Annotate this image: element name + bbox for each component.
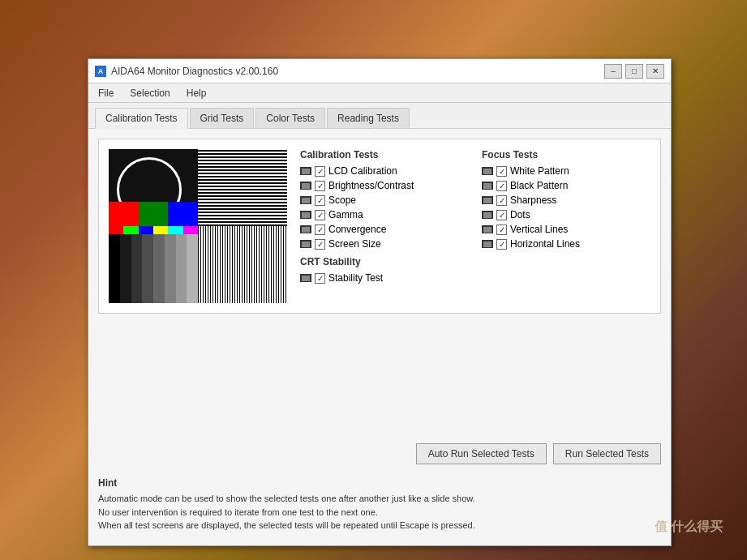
checkbox-white[interactable]: ✓ xyxy=(496,166,507,177)
focus-tests-title: Focus Tests xyxy=(482,149,650,160)
test-screen-size: ✓ Screen Size xyxy=(300,238,469,250)
gb-4 xyxy=(153,234,165,303)
calibration-tests-title: Calibration Tests xyxy=(300,149,469,160)
test-icon-2 xyxy=(300,196,311,204)
test-icon-f3 xyxy=(482,211,493,219)
tab-grid-tests[interactable]: Grid Tests xyxy=(190,108,255,128)
test-vertical-lines: ✓ Vertical Lines xyxy=(482,224,650,235)
window-title: AIDA64 Monitor Diagnostics v2.00.160 xyxy=(111,66,278,77)
gb-7 xyxy=(187,234,198,303)
label-scope: Scope xyxy=(328,195,356,206)
buttons-row: Auto Run Selected Tests Run Selected Tes… xyxy=(88,437,671,471)
strip-red xyxy=(109,226,123,234)
calibration-tests-col: Calibration Tests ✓ LCD Calibration ✓ Br… xyxy=(300,149,469,303)
close-button[interactable]: ✕ xyxy=(646,64,664,79)
hint-title: Hint xyxy=(98,477,661,489)
strip-magenta xyxy=(183,226,198,234)
window-controls: – □ ✕ xyxy=(604,64,664,79)
checkbox-brightness[interactable]: ✓ xyxy=(315,181,325,191)
test-icon-f1 xyxy=(482,182,493,190)
main-window: A AIDA64 Monitor Diagnostics v2.00.160 –… xyxy=(88,58,672,546)
test-gamma: ✓ Gamma xyxy=(300,209,469,220)
test-black-pattern: ✓ Black Pattern xyxy=(482,180,650,191)
menu-bar: File Selection Help xyxy=(88,83,671,103)
label-screen-size: Screen Size xyxy=(328,238,381,250)
checkbox-sharpness[interactable]: ✓ xyxy=(496,195,507,206)
color-strip xyxy=(109,226,198,234)
strip-cyan xyxy=(168,226,182,234)
preview-bottom-left xyxy=(109,226,198,303)
label-stability: Stability Test xyxy=(328,272,383,284)
test-icon-0 xyxy=(300,167,311,175)
crt-section: CRT Stability ✓ Stability Test xyxy=(300,256,469,284)
label-horizontal: Horizontal Lines xyxy=(510,238,580,250)
preview-right-block xyxy=(198,149,287,226)
gb-6 xyxy=(176,234,187,303)
checkbox-scope[interactable]: ✓ xyxy=(315,195,325,206)
label-sharpness: Sharpness xyxy=(510,195,556,206)
checkbox-lcd[interactable]: ✓ xyxy=(315,166,325,177)
checkbox-stability[interactable]: ✓ xyxy=(315,273,325,284)
gray-bars xyxy=(109,234,198,303)
label-convergence: Convergence xyxy=(328,224,386,235)
label-gamma: Gamma xyxy=(328,209,363,220)
tab-reading-tests[interactable]: Reading Tests xyxy=(327,108,410,128)
tabs-bar: Calibration Tests Grid Tests Color Tests… xyxy=(88,103,671,129)
gb-0 xyxy=(109,234,120,303)
strip-yellow xyxy=(153,226,168,234)
tab-color-tests[interactable]: Color Tests xyxy=(255,108,325,128)
gb-5 xyxy=(165,234,176,303)
color-bars xyxy=(109,202,198,226)
test-lcd-calibration: ✓ LCD Calibration xyxy=(300,165,469,177)
hint-line-0: Automatic mode can be used to show the s… xyxy=(98,492,661,506)
menu-selection[interactable]: Selection xyxy=(127,86,173,100)
preview-img-inner xyxy=(109,149,287,303)
run-selected-button[interactable]: Run Selected Tests xyxy=(553,443,661,464)
strip-lime xyxy=(123,226,138,234)
label-brightness: Brightness/Contrast xyxy=(328,180,414,191)
preview-left-block xyxy=(109,149,198,226)
test-icon-f0 xyxy=(482,167,493,175)
test-scope: ✓ Scope xyxy=(300,195,469,206)
test-icon-f2 xyxy=(482,196,493,204)
label-dots: Dots xyxy=(510,209,530,220)
test-icon-4 xyxy=(300,225,311,233)
test-stability: ✓ Stability Test xyxy=(300,272,469,284)
watermark: 值 什么得买 xyxy=(655,519,723,536)
preview-image xyxy=(109,149,287,303)
tab-calibration-tests[interactable]: Calibration Tests xyxy=(95,108,188,129)
test-icon-3 xyxy=(300,211,311,219)
maximize-button[interactable]: □ xyxy=(625,64,643,79)
gb-3 xyxy=(142,234,153,303)
checkbox-black[interactable]: ✓ xyxy=(496,181,507,191)
strip-blue xyxy=(139,226,153,234)
checkbox-screen-size[interactable]: ✓ xyxy=(315,239,325,250)
minimize-button[interactable]: – xyxy=(604,64,622,79)
label-white: White Pattern xyxy=(510,165,569,177)
content-inner: Calibration Tests ✓ LCD Calibration ✓ Br… xyxy=(98,139,661,314)
checkbox-dots[interactable]: ✓ xyxy=(496,210,507,220)
test-sharpness: ✓ Sharpness xyxy=(482,195,650,206)
test-dots: ✓ Dots xyxy=(482,209,650,220)
label-black: Black Pattern xyxy=(510,180,568,191)
tests-area: Calibration Tests ✓ LCD Calibration ✓ Br… xyxy=(300,149,650,303)
hint-line-1: No user intervention is required to iter… xyxy=(98,506,661,519)
preview-top xyxy=(109,149,287,226)
label-vertical: Vertical Lines xyxy=(510,224,568,235)
hint-line-2: When all test screens are displayed, the… xyxy=(98,519,661,532)
checkbox-vertical[interactable]: ✓ xyxy=(496,224,507,235)
focus-tests-col: Focus Tests ✓ White Pattern ✓ Black Patt… xyxy=(482,149,650,303)
test-icon-f5 xyxy=(482,240,493,248)
test-icon-crt xyxy=(300,274,311,282)
crt-title: CRT Stability xyxy=(300,256,469,267)
checkbox-convergence[interactable]: ✓ xyxy=(315,224,325,235)
content-area: Calibration Tests ✓ LCD Calibration ✓ Br… xyxy=(88,129,671,437)
menu-help[interactable]: Help xyxy=(183,86,210,100)
gb-1 xyxy=(120,234,131,303)
bar-red xyxy=(109,202,139,226)
checkbox-horizontal[interactable]: ✓ xyxy=(496,239,507,250)
test-brightness: ✓ Brightness/Contrast xyxy=(300,180,469,191)
menu-file[interactable]: File xyxy=(95,86,117,100)
checkbox-gamma[interactable]: ✓ xyxy=(315,210,325,220)
auto-run-button[interactable]: Auto Run Selected Tests xyxy=(416,443,547,464)
